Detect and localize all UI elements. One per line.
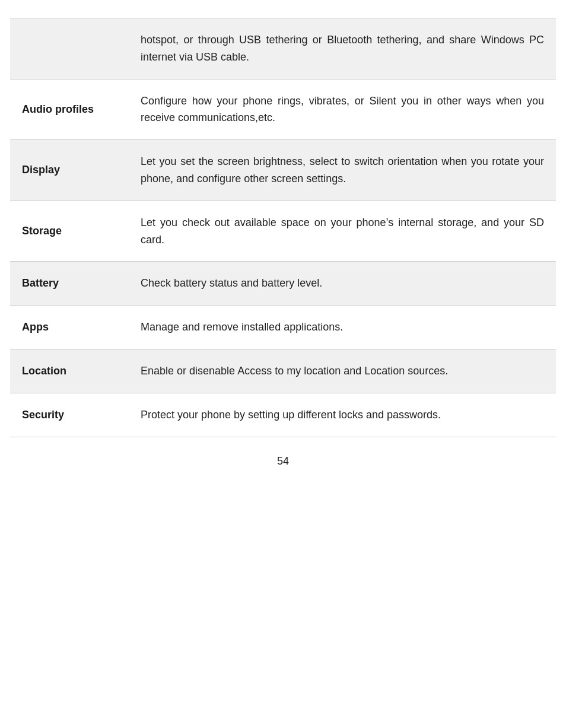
- tethering-row-label: [10, 18, 129, 80]
- tethering-row-description: hotspot, or through USB tethering or Blu…: [129, 18, 556, 80]
- audio-profiles-row-description: Configure how your phone rings, vibrates…: [129, 79, 556, 140]
- security-row: SecurityProtect your phone by setting up…: [10, 393, 556, 437]
- audio-profiles-row-label: Audio profiles: [10, 79, 129, 140]
- page-container: hotspot, or through USB tethering or Blu…: [0, 0, 566, 728]
- apps-row-label: Apps: [10, 306, 129, 349]
- storage-row: StorageLet you check out available space…: [10, 201, 556, 262]
- location-row-label: Location: [10, 349, 129, 393]
- storage-row-description: Let you check out available space on you…: [129, 201, 556, 262]
- security-row-label: Security: [10, 393, 129, 437]
- storage-row-label: Storage: [10, 201, 129, 262]
- tethering-row: hotspot, or through USB tethering or Blu…: [10, 18, 556, 80]
- audio-profiles-row: Audio profilesConfigure how your phone r…: [10, 79, 556, 140]
- location-row: LocationEnable or disenable Access to my…: [10, 349, 556, 393]
- security-row-description: Protect your phone by setting up differe…: [129, 393, 556, 437]
- apps-row-description: Manage and remove installed applications…: [129, 306, 556, 349]
- display-row-description: Let you set the screen brightness, selec…: [129, 140, 556, 201]
- location-row-description: Enable or disenable Access to my locatio…: [129, 349, 556, 393]
- battery-row-label: Battery: [10, 262, 129, 306]
- display-row: DisplayLet you set the screen brightness…: [10, 140, 556, 201]
- display-row-label: Display: [10, 140, 129, 201]
- page-number: 54: [277, 455, 289, 468]
- battery-row-description: Check battery status and battery level.: [129, 262, 556, 306]
- apps-row: AppsManage and remove installed applicat…: [10, 306, 556, 349]
- settings-table: hotspot, or through USB tethering or Blu…: [10, 18, 556, 437]
- battery-row: BatteryCheck battery status and battery …: [10, 262, 556, 306]
